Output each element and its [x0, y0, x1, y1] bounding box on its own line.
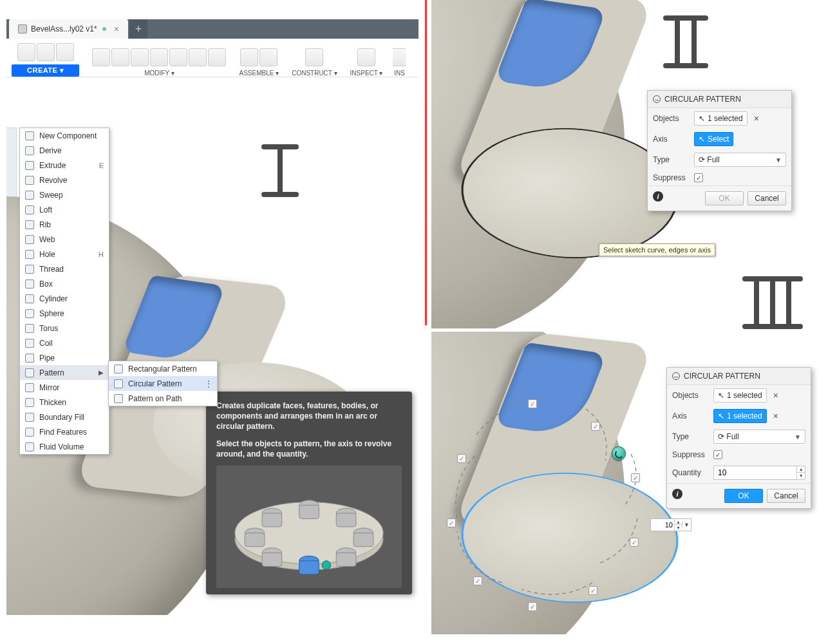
quantity-input-field[interactable]: [714, 468, 796, 477]
tool-icon[interactable]: [169, 48, 187, 66]
pattern-drag-handle[interactable]: [612, 446, 626, 460]
instance-suppress-toggle[interactable]: [528, 602, 537, 611]
clear-objects-button[interactable]: ×: [751, 113, 762, 124]
kebab-icon[interactable]: ⋮: [204, 379, 212, 389]
menu-item-torus[interactable]: Torus: [20, 321, 109, 336]
insert-menu-button[interactable]: INS: [394, 70, 405, 77]
tool-icon[interactable]: [393, 48, 406, 66]
create-dropdown-menu: New ComponentDeriveExtrudeERevolveSweepL…: [19, 128, 109, 455]
tool-icon[interactable]: [259, 48, 277, 66]
inspect-menu-button[interactable]: INSPECT ▾: [350, 70, 383, 77]
clear-objects-button[interactable]: ×: [771, 390, 781, 401]
menu-item-sweep[interactable]: Sweep: [20, 187, 109, 202]
menu-item-pipe[interactable]: Pipe: [20, 350, 109, 365]
instance-suppress-toggle[interactable]: [631, 473, 640, 482]
menu-item-extrude[interactable]: ExtrudeE: [20, 158, 109, 173]
cursor-icon: ↖: [699, 135, 705, 144]
objects-selection-chip[interactable]: ↖ 1 selected: [713, 388, 767, 402]
menu-item-sphere[interactable]: Sphere: [20, 306, 109, 321]
menu-item-cylinder[interactable]: Cylinder: [20, 291, 109, 306]
tool-icon[interactable]: [56, 43, 74, 61]
menu-item-box[interactable]: Box: [20, 276, 109, 291]
suppress-checkbox[interactable]: ✓: [694, 173, 703, 182]
instance-suppress-toggle[interactable]: [528, 399, 537, 408]
clear-axis-button[interactable]: ×: [771, 411, 781, 421]
submenu-item-rectangular-pattern[interactable]: Rectangular Pattern: [109, 361, 217, 376]
menu-item-rib[interactable]: Rib: [20, 217, 109, 232]
menu-item-web[interactable]: Web: [20, 232, 109, 247]
close-tab-button[interactable]: ×: [114, 24, 119, 34]
tool-icon[interactable]: [208, 48, 226, 66]
menu-item-mirror[interactable]: Mirror: [20, 380, 109, 395]
tool-icon[interactable]: [37, 43, 55, 61]
label-type: Type: [653, 155, 690, 164]
instance-suppress-toggle[interactable]: [457, 454, 466, 463]
tool-icon[interactable]: [17, 43, 35, 61]
instance-suppress-toggle[interactable]: [447, 518, 456, 527]
tool-icon[interactable]: [150, 48, 168, 66]
menu-item-revolve[interactable]: Revolve: [20, 173, 109, 187]
menu-item-new-component[interactable]: New Component: [20, 128, 109, 143]
toolgroup-assemble: ASSEMBLE ▾: [236, 46, 281, 77]
dialog-title-bar[interactable]: – CIRCULAR PATTERN: [667, 368, 811, 385]
quantity-float-field[interactable]: [651, 521, 674, 529]
info-icon[interactable]: i: [653, 191, 663, 202]
submenu-item-pattern-on-path[interactable]: Pattern on Path: [109, 391, 217, 406]
cancel-button[interactable]: Cancel: [767, 489, 805, 503]
menu-item-label: Mirror: [39, 383, 59, 392]
menu-item-coil[interactable]: Coil: [20, 336, 109, 350]
instance-suppress-toggle[interactable]: [591, 422, 600, 431]
menu-item-thread[interactable]: Thread: [20, 261, 109, 276]
tool-icon[interactable]: [189, 48, 207, 66]
quantity-float-input[interactable]: ▲▼ ▼: [650, 518, 691, 531]
instance-suppress-toggle[interactable]: [473, 576, 482, 585]
tool-icon[interactable]: [111, 48, 129, 66]
menu-item-derive[interactable]: Derive: [20, 143, 109, 158]
modify-menu-button[interactable]: MODIFY ▾: [144, 70, 174, 77]
add-tab-button[interactable]: +: [129, 19, 147, 39]
tool-icon[interactable]: [131, 48, 149, 66]
collapse-icon[interactable]: –: [653, 95, 661, 103]
dialog-title-bar[interactable]: – CIRCULAR PATTERN: [648, 91, 791, 108]
menu-item-loft[interactable]: Loft: [20, 202, 109, 217]
menu-item-find-features[interactable]: Find Features: [20, 424, 109, 439]
suppress-checkbox[interactable]: ✓: [713, 450, 722, 459]
document-tab[interactable]: BevelAss...ly02 v1* ×: [9, 19, 128, 39]
cancel-button[interactable]: Cancel: [748, 191, 786, 205]
axis-select-chip[interactable]: ↖ Select: [694, 132, 733, 146]
tool-icon[interactable]: [92, 48, 110, 66]
ok-button[interactable]: OK: [724, 489, 763, 503]
ok-button: OK: [705, 191, 744, 205]
svg-point-18: [322, 561, 330, 569]
quantity-spinner[interactable]: ▲▼: [796, 466, 805, 479]
menu-item-hole[interactable]: HoleH: [20, 247, 109, 261]
create-menu-button[interactable]: CREATE ▾: [12, 64, 79, 77]
construct-menu-button[interactable]: CONSTRUCT ▾: [292, 70, 337, 77]
menu-item-pattern[interactable]: Pattern▶: [20, 365, 109, 380]
tool-icon[interactable]: [305, 48, 323, 66]
menu-item-thicken[interactable]: Thicken: [20, 395, 109, 410]
panel-step-3: – CIRCULAR PATTERN Objects ↖ 1 selected …: [431, 332, 831, 634]
type-dropdown[interactable]: ⟳ Full ▼: [694, 153, 786, 167]
tool-icon[interactable]: [357, 48, 375, 66]
axis-selection-chip[interactable]: ↖ 1 selected: [713, 409, 767, 423]
menu-item-icon: [25, 176, 34, 185]
quantity-float-spinner[interactable]: ▲▼: [674, 519, 682, 531]
submenu-item-circular-pattern[interactable]: Circular Pattern⋮: [109, 376, 217, 391]
unsaved-indicator-icon: [102, 27, 106, 31]
quantity-input[interactable]: ▲▼: [713, 466, 805, 480]
instance-suppress-toggle[interactable]: [588, 586, 597, 595]
menu-item-fluid-volume[interactable]: Fluid Volume: [20, 439, 109, 454]
tool-icon[interactable]: [240, 48, 258, 66]
assemble-menu-button[interactable]: ASSEMBLE ▾: [239, 70, 279, 77]
type-dropdown[interactable]: ⟳ Full ▼: [713, 430, 805, 444]
quantity-float-dropdown[interactable]: ▼: [682, 522, 691, 528]
viewport-3d[interactable]: [431, 332, 702, 634]
objects-selection-chip[interactable]: ↖ 1 selected: [694, 111, 748, 126]
menu-item-boundary-fill[interactable]: Boundary Fill: [20, 410, 109, 424]
menu-item-label: Pattern: [39, 368, 64, 377]
info-icon[interactable]: i: [672, 489, 682, 499]
instance-suppress-toggle[interactable]: [630, 538, 639, 547]
collapse-icon[interactable]: –: [672, 372, 680, 380]
toolgroup-modify: MODIFY ▾: [89, 46, 229, 77]
